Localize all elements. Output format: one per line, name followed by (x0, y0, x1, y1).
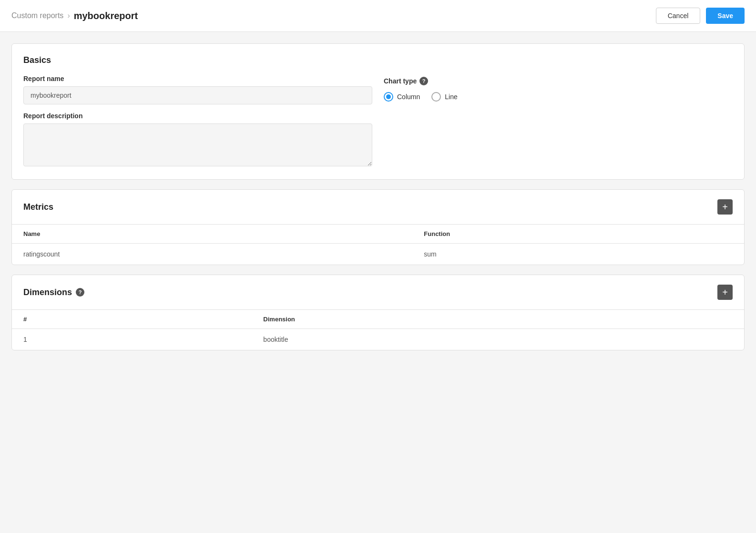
breadcrumb: Custom reports › mybookreport (11, 10, 138, 21)
chart-type-text: Chart type (384, 77, 417, 85)
table-row: 1 booktitle (12, 329, 744, 350)
metrics-table-container: Name Function ratingscount sum (12, 224, 744, 265)
save-button[interactable]: Save (706, 8, 745, 24)
radio-column-text: Column (397, 93, 420, 101)
radio-line-input[interactable] (431, 92, 441, 102)
dimensions-col-number: # (12, 310, 252, 329)
chart-type-label: Chart type ? (384, 77, 733, 85)
report-desc-textarea[interactable] (23, 123, 372, 166)
dimensions-table: # Dimension 1 booktitle (12, 310, 744, 350)
cancel-button[interactable]: Cancel (656, 8, 701, 24)
breadcrumb-current: mybookreport (74, 10, 138, 21)
basics-grid: Report name Report description Chart typ… (23, 75, 733, 168)
metrics-col-name: Name (12, 225, 412, 244)
metric-function: sum (412, 244, 744, 265)
metrics-table: Name Function ratingscount sum (12, 225, 744, 265)
page-content: Basics Report name Report description Ch… (0, 32, 756, 362)
header-actions: Cancel Save (656, 8, 745, 24)
radio-column-label[interactable]: Column (384, 92, 420, 102)
metrics-header: Metrics + (12, 190, 744, 224)
header: Custom reports › mybookreport Cancel Sav… (0, 0, 756, 32)
dimensions-help-icon[interactable]: ? (76, 288, 84, 297)
radio-line-text: Line (445, 93, 457, 101)
report-name-input[interactable] (23, 86, 372, 104)
breadcrumb-parent[interactable]: Custom reports (11, 11, 63, 20)
dimensions-table-header-row: # Dimension (12, 310, 744, 329)
chart-type-help-icon[interactable]: ? (419, 77, 428, 85)
report-desc-label: Report description (23, 112, 372, 120)
metrics-col-function: Function (412, 225, 744, 244)
basics-left: Report name Report description (23, 75, 372, 168)
metrics-card: Metrics + Name Function ratingscount sum (11, 189, 745, 265)
table-row: ratingscount sum (12, 244, 744, 265)
report-desc-area: Report description (23, 112, 372, 168)
dimensions-col-dimension: Dimension (252, 310, 744, 329)
radio-column-input[interactable] (384, 92, 393, 102)
add-metric-button[interactable]: + (717, 199, 733, 215)
dimension-value: booktitle (252, 329, 744, 350)
dimensions-title-text: Dimensions (23, 287, 72, 297)
chart-type-section: Chart type ? Column Line (384, 75, 733, 168)
metric-name: ratingscount (12, 244, 412, 265)
basics-card: Basics Report name Report description Ch… (11, 43, 745, 180)
add-dimension-button[interactable]: + (717, 285, 733, 300)
metrics-table-header-row: Name Function (12, 225, 744, 244)
dimensions-title: Dimensions ? (23, 287, 84, 297)
dimensions-table-container: # Dimension 1 booktitle (12, 309, 744, 350)
dimension-number: 1 (12, 329, 252, 350)
report-name-label: Report name (23, 75, 372, 82)
dimensions-header: Dimensions ? + (12, 275, 744, 309)
chart-type-radio-group: Column Line (384, 92, 733, 102)
basics-title: Basics (23, 55, 733, 65)
dimensions-card: Dimensions ? + # Dimension 1 booktitle (11, 275, 745, 350)
metrics-title: Metrics (23, 202, 53, 212)
breadcrumb-separator: › (67, 11, 70, 20)
radio-line-label[interactable]: Line (431, 92, 457, 102)
